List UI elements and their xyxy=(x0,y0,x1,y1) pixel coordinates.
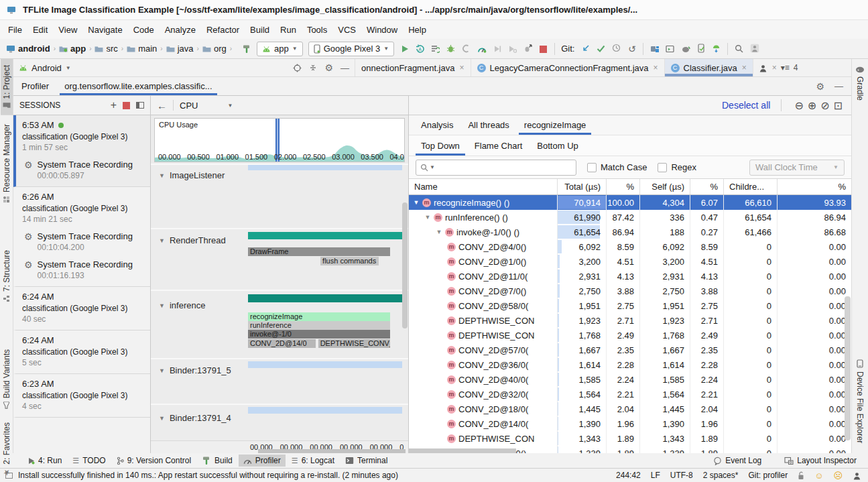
table-row[interactable]: mCONV_2D@11/0(2,9314.132,9314.1300.00 xyxy=(409,269,851,284)
project-view-select[interactable]: Android xyxy=(32,63,62,73)
run-anything-button[interactable] xyxy=(662,42,678,56)
encoding[interactable]: UTF-8 xyxy=(670,471,693,480)
horizontal-scrollbar[interactable] xyxy=(409,448,516,453)
locate-icon[interactable] xyxy=(293,64,302,72)
profile-avatar-button[interactable] xyxy=(747,41,762,56)
hidden-tabs-control[interactable]: ×▾≡4 xyxy=(753,59,804,76)
apply-code-changes-button[interactable] xyxy=(428,41,443,56)
indent-style[interactable]: 2 spaces* xyxy=(703,471,739,480)
column-header[interactable]: % xyxy=(778,179,851,194)
close-icon[interactable]: × xyxy=(459,63,464,72)
toolwindow-6--logcat[interactable]: ☰6: Logcat xyxy=(287,455,339,467)
column-header[interactable]: % xyxy=(690,179,724,194)
close-icon[interactable]: × xyxy=(654,63,658,72)
unlocked-icon[interactable] xyxy=(798,471,804,480)
expand-arrow-icon[interactable]: ▼ xyxy=(413,199,420,206)
run-config-select[interactable]: app ▼ xyxy=(257,42,303,56)
collapse-triangle-icon[interactable]: ▼ xyxy=(159,302,165,309)
breadcrumb-item[interactable]: src xyxy=(94,44,118,54)
session-item[interactable]: 6:53 AMclassification (Google Pixel 3)1 … xyxy=(13,115,150,187)
table-row[interactable]: mCONV_2D@58/0(1,9512.751,9512.7500.00 xyxy=(409,298,851,313)
toolwindow-profiler[interactable]: Profiler xyxy=(239,455,286,467)
restart-profiler-button[interactable] xyxy=(520,41,536,56)
session-item[interactable]: 6:23 AMclassification (Google Pixel 3)4 … xyxy=(13,374,150,418)
menu-item-tools[interactable]: Tools xyxy=(302,23,332,37)
session-item[interactable]: 6:26 AMclassification (Google Pixel 3)14… xyxy=(13,187,150,287)
reset-zoom-button[interactable]: ⊘ xyxy=(820,101,829,111)
menu-item-code[interactable]: Code xyxy=(128,23,160,37)
breadcrumb-item[interactable]: java xyxy=(166,44,194,54)
trace-span[interactable]: invoke@-1/0 xyxy=(248,330,390,339)
table-row[interactable]: mDEPTHWISE_CON1,7682.491,7682.4900.00 xyxy=(409,328,851,343)
thread-timeline[interactable] xyxy=(248,405,402,440)
toolwindow-4--run[interactable]: 4: Run xyxy=(23,455,66,467)
column-header[interactable]: % xyxy=(607,179,640,194)
thread-row[interactable]: ▼Binder:13791_5 xyxy=(151,358,408,404)
line-ending[interactable]: LF xyxy=(651,471,660,480)
table-row[interactable]: mDEPTHWISE_CON1,3431.891,3431.8900.00 xyxy=(409,431,851,446)
menu-item-view[interactable]: View xyxy=(53,23,82,37)
thread-row[interactable]: ▼ImageListener xyxy=(151,164,408,228)
menu-item-file[interactable]: File xyxy=(3,23,27,37)
collapse-triangle-icon[interactable]: ▼ xyxy=(159,367,165,374)
session-item[interactable]: 6:24 AMclassification (Google Pixel 3)5 … xyxy=(13,330,150,374)
recording-item[interactable]: ⚙System Trace Recording00:10:04.200 xyxy=(22,231,146,252)
tab-all-threads[interactable]: All threads xyxy=(462,115,514,135)
device-select[interactable]: Google Pixel 3 ▼ xyxy=(308,42,394,56)
zoom-to-selection-button[interactable]: ⊡ xyxy=(834,101,843,111)
run-button[interactable] xyxy=(397,42,412,56)
toolwindow-todo[interactable]: ☰TODO xyxy=(68,455,110,467)
toolwindow-build[interactable]: Build xyxy=(197,455,237,467)
breadcrumb-item[interactable]: android xyxy=(5,44,51,54)
attach-debugger-button[interactable] xyxy=(489,42,505,56)
table-row[interactable]: mCONV_2D@14/0(1,3901.961,3901.9600.00 xyxy=(409,416,851,431)
sdk-manager-button[interactable] xyxy=(708,42,724,56)
column-header[interactable]: Name xyxy=(409,179,558,194)
match-case-checkbox[interactable]: Match Case xyxy=(587,162,647,172)
thread-timeline[interactable]: recognizeImagerunInferenceinvoke@-1/0CON… xyxy=(248,291,402,358)
close-icon[interactable]: × xyxy=(742,63,747,72)
thread-row[interactable]: ▼RenderThreadDrawFrameflush commands xyxy=(151,228,408,290)
history-button[interactable] xyxy=(609,41,624,56)
trace-span[interactable]: runInference xyxy=(248,321,390,330)
expand-sessions-button[interactable] xyxy=(136,102,144,109)
trace-span[interactable]: CONV_2D@14/0 xyxy=(248,339,316,348)
commit-button[interactable] xyxy=(593,42,609,56)
tab-analysis[interactable]: Analysis xyxy=(416,115,458,135)
session-item[interactable]: 6:24 AMclassification (Google Pixel 3)40… xyxy=(13,287,150,330)
feedback-negative-icon[interactable]: ☹ xyxy=(833,471,843,481)
collapse-all-icon[interactable] xyxy=(309,64,317,72)
build-hammer-icon[interactable] xyxy=(239,42,254,56)
table-row[interactable]: mCONV_2D@36/0(1,6142.281,6142.2800.00 xyxy=(409,357,851,372)
table-row[interactable]: mCONV_2D@40/0(1,5852.241,5852.2400.00 xyxy=(409,372,851,387)
zoom-out-button[interactable]: ⊖ xyxy=(794,101,803,111)
table-row[interactable]: ▼minvoke@-1/0() ()61,65486.941880.2761,4… xyxy=(409,225,851,239)
menu-item-run[interactable]: Run xyxy=(275,23,302,37)
column-header[interactable]: Total (µs) xyxy=(558,179,607,194)
stop-recording-button[interactable] xyxy=(123,102,130,109)
deselect-all-link[interactable]: Deselect all xyxy=(722,100,770,111)
cpu-select[interactable]: CPU ▼ xyxy=(180,101,233,111)
editor-tab[interactable]: onnectionFragment.java× xyxy=(355,59,471,76)
sidebar-item----project[interactable]: 1: Project xyxy=(1,59,13,115)
close-icon[interactable]: × xyxy=(772,63,777,72)
project-structure-button[interactable] xyxy=(647,42,662,56)
vertical-scrollbar[interactable] xyxy=(845,296,851,440)
breadcrumb-item[interactable]: org xyxy=(202,44,227,54)
minimize-icon[interactable]: — xyxy=(834,82,843,91)
expand-arrow-icon[interactable]: ▼ xyxy=(436,229,442,235)
menu-item-edit[interactable]: Edit xyxy=(27,23,53,37)
back-button[interactable]: ← xyxy=(157,100,167,111)
table-row[interactable]: mCONV_2D@7/0()2,7503.882,7503.8800.00 xyxy=(409,284,851,298)
user-icon[interactable] xyxy=(853,471,861,480)
table-row[interactable]: ▼mrecognizeImage() ()70,914100.004,3046.… xyxy=(409,195,851,210)
settings-icon[interactable]: ⚙ xyxy=(816,82,824,91)
table-row[interactable]: mCONV_2D@1/0()3,2004.513,2004.5100.00 xyxy=(409,254,851,269)
table-row[interactable]: mCONV_2D@57/0(1,6672.351,6672.3500.00 xyxy=(409,343,851,357)
menu-item-navigate[interactable]: Navigate xyxy=(82,23,127,37)
thread-timeline[interactable] xyxy=(248,165,402,228)
update-project-button[interactable] xyxy=(578,41,593,56)
column-header[interactable]: Self (µs) xyxy=(640,179,690,194)
menu-item-window[interactable]: Window xyxy=(361,23,403,37)
menu-item-analyze[interactable]: Analyze xyxy=(160,23,201,37)
